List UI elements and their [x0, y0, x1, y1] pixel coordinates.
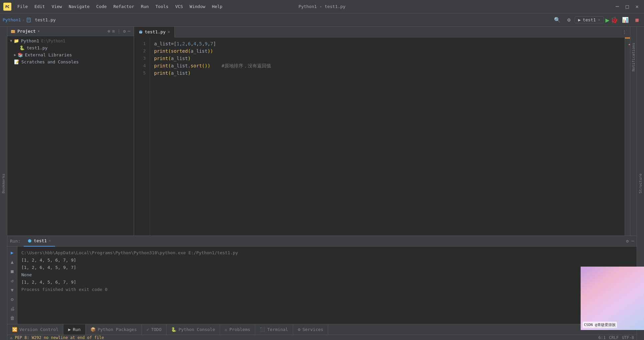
settings2-button[interactable]: ⚙ [9, 295, 15, 303]
line-num-2: 2 [134, 47, 150, 55]
project-root-path: E:\Python1 [41, 39, 65, 43]
search-everywhere-button[interactable]: 🔍 [551, 15, 563, 24]
services-label: Services [302, 327, 324, 332]
problems-tab[interactable]: ⚠ Problems [220, 324, 255, 335]
tab-more-button[interactable]: ⋮ [619, 29, 630, 34]
rerun-button[interactable]: ↺ [9, 277, 15, 285]
toolbar: Python1 › test1.py 🔍 ⚙ ▶ test1 ▾ ▶ 🐞 📊 ■ [0, 13, 644, 27]
run-button[interactable]: ▶ [605, 16, 609, 24]
menu-item-navigate[interactable]: Navigate [66, 3, 92, 10]
minimize-panel-button[interactable]: ─ [128, 29, 130, 34]
collapse-all-button[interactable]: ≡ [112, 29, 115, 34]
test1-py-item[interactable]: 🐍 test1.py [7, 44, 134, 51]
debug-button[interactable]: 🐞 [611, 16, 618, 23]
notifications-label[interactable]: Notifications [631, 40, 636, 74]
menu-item-help[interactable]: Help [209, 3, 225, 10]
terminal-tab[interactable]: ⬛ Terminal [255, 324, 293, 335]
python-packages-tab[interactable]: 📦 Python Packages [86, 324, 142, 335]
line-ending[interactable]: CRLF [609, 335, 619, 340]
run-label: Run: [10, 239, 20, 244]
breadcrumb-filename: test1.py [35, 17, 56, 22]
breadcrumb-file: test1.py [26, 17, 56, 23]
external-libraries-label: External Libraries [25, 52, 72, 57]
python-console-tab[interactable]: 🐍 Python Console [166, 324, 220, 335]
menu-item-code[interactable]: Code [94, 3, 109, 10]
run-settings-button[interactable]: ⚙ [626, 239, 629, 244]
code-area[interactable]: a_list=[1,2,6,4,5,9,7] print(sorted(a_li… [150, 37, 625, 236]
run-again-button[interactable]: ▶ [9, 249, 15, 257]
run-minimize-button[interactable]: ─ [631, 239, 634, 244]
minimize-button[interactable]: ─ [614, 3, 621, 10]
settings-icon[interactable]: ⚙ [123, 29, 126, 34]
problems-icon: ⚠ [225, 327, 227, 332]
stop-run-button[interactable]: ■ [9, 267, 15, 275]
settings-button[interactable]: ⚙ [565, 15, 573, 24]
bottom-panel: Run: test1 ✕ ⚙ ─ ▶ ▲ ■ ↺ ▼ ⚙ [7, 236, 637, 324]
bookmarks-label[interactable]: Bookmarks [1, 171, 6, 196]
menu-item-vcs[interactable]: VCS [172, 3, 185, 10]
right-gutter [625, 37, 630, 236]
run-bottom-tab[interactable]: ▶ Run [63, 324, 85, 335]
structure-label[interactable]: Structure [638, 171, 643, 196]
clear-button[interactable]: 🗑 [9, 314, 16, 322]
output-line-1: [1, 2, 4, 5, 6, 7, 9] [21, 257, 633, 264]
python-packages-icon: 📦 [90, 327, 96, 332]
editor-tab-test1[interactable]: py test1.py ✕ [134, 27, 175, 37]
breadcrumb-project[interactable]: Python1 [3, 17, 21, 22]
todo-label: TODO [151, 327, 161, 332]
services-icon: ⚙ [298, 327, 300, 332]
svg-text:py: py [139, 31, 142, 34]
python-console-icon: 🐍 [171, 327, 176, 332]
line-num-4: 4 [134, 62, 150, 69]
code-line-3: print(a_list) [154, 55, 621, 62]
editor-content: 1 2 3 4 5 a_list=[1,2,6,4,5,9,7] print(s… [134, 37, 630, 236]
scratches-consoles-item[interactable]: 📝 Scratches and Consoles [7, 58, 134, 65]
encoding[interactable]: UTF-8 [622, 335, 634, 340]
terminal-icon: ⬛ [260, 327, 265, 332]
bookmarks-sidebar: Bookmarks [0, 27, 7, 340]
project-root-name: Python1 [21, 38, 39, 43]
tab-close-button[interactable]: ✕ [168, 30, 170, 34]
project-root-item[interactable]: ▼ 📁 Python1 E:\Python1 [7, 37, 134, 44]
close-button[interactable]: ✕ [633, 3, 641, 10]
error-indicator [629, 44, 630, 45]
python-packages-label: Python Packages [98, 327, 137, 332]
services-tab[interactable]: ⚙ Services [293, 324, 328, 335]
menu-item-tools[interactable]: Tools [153, 3, 171, 10]
run-bottom-label: Run [73, 327, 80, 332]
app-logo: PC [3, 3, 11, 11]
menu-item-file[interactable]: File [15, 3, 30, 10]
more-options-button[interactable]: ⋮ [117, 29, 121, 34]
run-config-selector[interactable]: ▶ test1 ▾ [575, 16, 604, 23]
python-console-label: Python Console [178, 327, 215, 332]
menu-item-refactor[interactable]: Refactor [111, 3, 137, 10]
version-control-tab[interactable]: 🔀 Version Control [7, 324, 63, 335]
menu-item-edit[interactable]: Edit [32, 3, 47, 10]
code-line-1: a_list=[1,2,6,4,5,9,7] [154, 40, 621, 47]
maximize-button[interactable]: □ [624, 3, 631, 10]
coverage-button[interactable]: 📊 [619, 15, 631, 24]
status-warning[interactable]: ⚠ PEP 8: W292 no newline at end of file [10, 335, 104, 340]
todo-tab[interactable]: ✓ TODO [142, 324, 166, 335]
title-bar: PC // Will be populated by render script… [0, 0, 644, 13]
output-line-3: None [21, 271, 633, 279]
locate-file-button[interactable]: ⊕ [108, 29, 110, 34]
outer-wrapper: Bookmarks Project ▾ ⊕ ≡ ⋮ ⚙ ─ [0, 27, 644, 340]
cursor-position[interactable]: 6:1 [598, 335, 606, 340]
run-tab-test1[interactable]: test1 ✕ [24, 236, 55, 247]
stop-button[interactable]: ■ [633, 15, 641, 24]
scroll-down-button[interactable]: ▼ [9, 286, 15, 294]
menu-item-run[interactable]: Run [138, 3, 151, 10]
external-libraries-item[interactable]: ▶ 📚 External Libraries [7, 51, 134, 58]
menu-item-view[interactable]: View [49, 3, 65, 10]
print-button[interactable]: 🖨 [9, 305, 16, 313]
run-config-name: test1 [583, 17, 596, 22]
menu-item-window[interactable]: Window [187, 3, 208, 10]
output-finish-line: Process finished with exit code 0 [21, 286, 633, 293]
run-tab-close[interactable]: ✕ [49, 239, 51, 243]
project-panel-dropdown[interactable]: ▾ [38, 29, 40, 33]
main-layout: Project ▾ ⊕ ≡ ⋮ ⚙ ─ ▼ 📁 Python1 [7, 27, 637, 236]
breadcrumb: Python1 › test1.py [3, 17, 56, 23]
scroll-up-button[interactable]: ▲ [9, 258, 15, 266]
run-tab-label: test1 [34, 238, 47, 243]
